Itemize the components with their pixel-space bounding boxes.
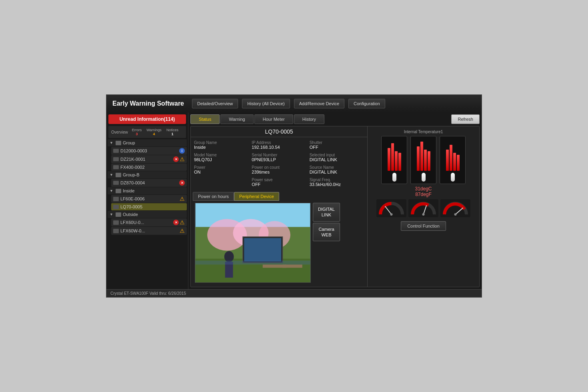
tab-warning[interactable]: Warning bbox=[220, 114, 254, 124]
nav-history-all[interactable]: History (All Device) bbox=[242, 99, 290, 108]
device-lf60e[interactable]: LF60E-0006 ⚠ bbox=[111, 195, 187, 203]
control-function-button[interactable]: Control Function bbox=[401, 221, 446, 231]
info-badge[interactable]: i bbox=[179, 148, 185, 154]
sidebar: Unread Information(114) Overview Errors … bbox=[106, 112, 188, 289]
selected-input-field: Selected input DIGITAL LINK bbox=[310, 153, 364, 162]
main-content: Unread Information(114) Overview Errors … bbox=[106, 112, 482, 289]
shutter-field: Shutter OFF bbox=[310, 140, 364, 150]
camera-icon bbox=[113, 149, 119, 153]
svg-point-15 bbox=[390, 213, 393, 216]
right-panel: Internal Temperature1 bbox=[367, 126, 479, 287]
group-inside[interactable]: ▼ Inside bbox=[108, 187, 187, 194]
monitor-icon bbox=[113, 220, 119, 225]
bottom-tabs: Power on hours Peripheral Device bbox=[193, 192, 365, 201]
tab-status[interactable]: Status bbox=[190, 114, 220, 124]
warning-badge: ⚠ bbox=[180, 156, 185, 162]
nav-detailed-overview[interactable]: Detailed/Overview bbox=[192, 99, 238, 108]
folder-icon bbox=[116, 189, 121, 193]
app-window: Early Warning Software Detailed/Overview… bbox=[106, 94, 482, 298]
overview-label: Overview bbox=[110, 129, 130, 135]
bottom-section: Power on hours Peripheral Device bbox=[191, 190, 367, 287]
group-group[interactable]: ▼ Group bbox=[108, 139, 187, 146]
error-badge: ✕ bbox=[173, 220, 179, 225]
device-id-title: LQ70-0005 bbox=[191, 126, 367, 137]
thermometer-row bbox=[381, 136, 466, 184]
thermometer-3 bbox=[440, 136, 466, 184]
svg-rect-12 bbox=[195, 261, 310, 265]
warnings-stat: Warnings 4 bbox=[144, 127, 164, 137]
device-dz21k[interactable]: DZ21K-0001 ✕ ⚠ bbox=[111, 155, 187, 163]
signal-field: Signal Freq. 33.5kHz/60.0Hz bbox=[310, 178, 364, 187]
device-d12000[interactable]: D12000-0003 i bbox=[111, 147, 187, 155]
thermometer-1 bbox=[381, 136, 407, 184]
nav-configuration[interactable]: Configuration bbox=[348, 99, 385, 108]
monitor-icon bbox=[113, 197, 119, 201]
camera-icon bbox=[113, 181, 119, 185]
gauge-1 bbox=[376, 199, 406, 217]
temp-title: Internal Temperature1 bbox=[404, 130, 443, 134]
camera-icon bbox=[113, 165, 119, 169]
monitor-icon bbox=[113, 229, 119, 233]
warning-badge: ⚠ bbox=[180, 196, 185, 202]
device-lq70[interactable]: LQ70-0005 bbox=[111, 203, 187, 210]
tab-bar: Status Warning Hour Meter History Refres… bbox=[190, 114, 480, 124]
monitor-icon bbox=[113, 205, 119, 209]
temp-reading: 31degC 87degF bbox=[415, 186, 432, 197]
svg-point-18 bbox=[422, 213, 425, 216]
folder-icon bbox=[116, 212, 121, 217]
error-badge: ✕ bbox=[173, 156, 179, 162]
svg-rect-11 bbox=[282, 264, 302, 268]
nav-add-remove[interactable]: Add/Remove Device bbox=[294, 99, 344, 108]
overview-bar: Overview Errors 3 Warnings 4 Notices 1 bbox=[108, 126, 186, 138]
unread-banner[interactable]: Unread Information(114) bbox=[108, 114, 186, 124]
main-panel: LQ70-0005 Group Name Inside IP Address 1… bbox=[190, 126, 480, 287]
bottom-main: DIGITALLINK CameraWEB bbox=[193, 201, 365, 285]
status-text: Crystal ET-SWA100F Valid thru: 6/26/2015 bbox=[110, 291, 186, 296]
refresh-button[interactable]: Refresh bbox=[451, 114, 480, 124]
power-save-field: Power save OFF bbox=[252, 178, 306, 187]
device-image bbox=[195, 203, 311, 283]
content-area: Status Warning Hour Meter History Refres… bbox=[188, 112, 482, 289]
app-title: Early Warning Software bbox=[112, 100, 184, 107]
camera-icon bbox=[113, 157, 119, 161]
tab-history[interactable]: History bbox=[294, 114, 324, 124]
digital-link-button[interactable]: DIGITALLINK bbox=[313, 203, 340, 222]
device-lfx60w[interactable]: LFX60W-0... ⚠ bbox=[111, 227, 187, 235]
warning-badge: ⚠ bbox=[180, 220, 185, 225]
power-field: Power ON bbox=[194, 165, 248, 174]
side-buttons: DIGITALLINK CameraWEB bbox=[313, 203, 340, 283]
errors-stat: Errors 3 bbox=[130, 127, 144, 137]
ip-field: IP Address 192.168.10.54 bbox=[252, 140, 306, 150]
tab-hour-meter[interactable]: Hour Meter bbox=[254, 114, 293, 124]
svg-point-21 bbox=[454, 213, 457, 216]
power-count-field: Power on count 239times bbox=[252, 165, 306, 174]
serial-field: Serial Number 0PNE93LLP bbox=[252, 153, 306, 162]
device-lfx60u[interactable]: LFX60U-0... ✕ ⚠ bbox=[111, 218, 187, 226]
notices-stat: Notices 1 bbox=[164, 127, 181, 137]
group-outside[interactable]: ▼ Outside bbox=[108, 211, 187, 218]
camera-web-button[interactable]: CameraWEB bbox=[313, 223, 340, 242]
source-field: Source Name DIGITAL LINK bbox=[310, 165, 364, 174]
tab-peripheral[interactable]: Peripheral Device bbox=[234, 192, 279, 201]
group-b[interactable]: ▼ Group-B bbox=[108, 171, 187, 178]
gauge-2 bbox=[408, 199, 438, 217]
folder-icon bbox=[116, 173, 121, 177]
tab-power-hours[interactable]: Power on hours bbox=[193, 192, 234, 201]
warning-badge: ⚠ bbox=[180, 228, 185, 234]
error-badge: ✕ bbox=[179, 180, 185, 186]
title-bar: Early Warning Software Detailed/Overview… bbox=[106, 95, 482, 112]
device-fx400[interactable]: FX400-0002 bbox=[111, 164, 187, 171]
status-bar: Crystal ET-SWA100F Valid thru: 6/26/2015 bbox=[106, 289, 482, 297]
folder-icon bbox=[116, 141, 121, 145]
svg-rect-9 bbox=[244, 238, 281, 261]
thermometer-2 bbox=[410, 136, 436, 184]
group-name-field: Group Name Inside bbox=[194, 140, 248, 150]
gauge-row bbox=[374, 197, 472, 219]
gauge-3 bbox=[440, 199, 470, 217]
left-panel: LQ70-0005 Group Name Inside IP Address 1… bbox=[191, 126, 367, 287]
info-grid: Group Name Inside IP Address 192.168.10.… bbox=[191, 137, 367, 190]
svg-point-6 bbox=[224, 251, 234, 262]
model-field: Model Name 98LQ70J bbox=[194, 153, 248, 162]
device-dz870[interactable]: DZ870-0004 ✕ bbox=[111, 179, 187, 187]
